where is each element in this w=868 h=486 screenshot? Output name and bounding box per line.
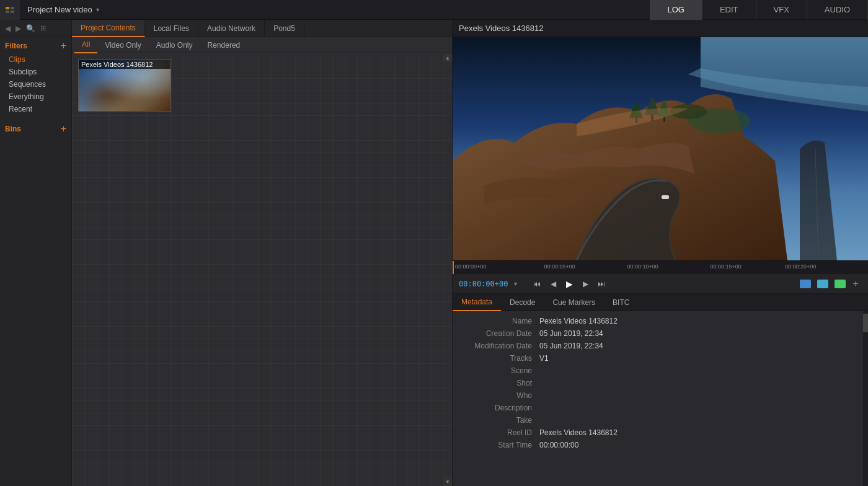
tab-audio-network[interactable]: Audio Network xyxy=(198,20,265,37)
meta-tab-cue-markers[interactable]: Cue Markers xyxy=(544,294,604,311)
svg-rect-14 xyxy=(662,195,669,199)
top-bar: Project New video ▾ LOG EDIT VFX AUDIO xyxy=(0,0,868,20)
color-btn-blue[interactable] xyxy=(800,280,811,288)
meta-val-name: Pexels Videos 1436812 xyxy=(539,317,618,325)
meta-key-tracks: Tracks xyxy=(453,354,539,363)
meta-tab-decode-label: Decode xyxy=(510,298,535,307)
subtab-video-only[interactable]: Video Only xyxy=(97,37,148,53)
forward-arrow[interactable]: ▶ xyxy=(14,23,22,34)
filter-clips[interactable]: Clips xyxy=(5,53,66,66)
meta-val-modification-date: 05 Jun 2019, 22:34 xyxy=(539,342,603,350)
filters-label: Filters xyxy=(5,42,27,50)
meta-tab-bitc[interactable]: BITC xyxy=(604,294,638,311)
tab-pond5-label: Pond5 xyxy=(273,24,295,33)
filter-recent-label: Recent xyxy=(9,105,32,113)
tab-pond5[interactable]: Pond5 xyxy=(265,20,304,37)
meta-tab-metadata-label: Metadata xyxy=(461,298,492,306)
filter-everything[interactable]: Everything xyxy=(5,91,66,103)
clip-label: Pexels Videos 1436812 xyxy=(79,60,170,69)
subtab-all[interactable]: All xyxy=(74,37,97,53)
sub-tabs-row: All Video Only Audio Only Rendered xyxy=(72,37,452,53)
app-icon xyxy=(5,5,15,15)
meta-key-start-time: Start Time xyxy=(453,441,539,449)
subtab-rendered[interactable]: Rendered xyxy=(200,37,248,53)
meta-row-tracks: Tracks V1 xyxy=(453,352,868,365)
dropdown-icon: ▾ xyxy=(96,6,99,13)
content-area: ▲ Pexels Videos 1436812 ▼ xyxy=(72,53,452,486)
meta-scrollbar-thumb[interactable] xyxy=(863,314,868,332)
left-panel: ◀ ▶ 🔍 ⊞ Filters + Clips Subclips Sequenc… xyxy=(0,20,72,486)
nav-tab-edit[interactable]: EDIT xyxy=(702,0,756,20)
add-marker-button[interactable]: + xyxy=(849,278,862,290)
goto-start-button[interactable]: ⏮ xyxy=(531,278,543,290)
play-button[interactable]: ▶ xyxy=(563,278,575,290)
meta-tab-decode[interactable]: Decode xyxy=(501,294,544,311)
meta-tab-cue-markers-label: Cue Markers xyxy=(552,298,595,307)
clip-item[interactable]: Pexels Videos 1436812 xyxy=(78,60,171,112)
filters-add-button[interactable]: + xyxy=(61,41,66,51)
meta-row-name: Name Pexels Videos 1436812 xyxy=(453,315,868,327)
meta-key-modification-date: Modification Date xyxy=(453,342,539,350)
svg-rect-0 xyxy=(6,7,9,9)
search-icon[interactable]: 🔍 xyxy=(25,23,37,34)
timeline-marker-4: 00:00:20+00 xyxy=(785,263,816,270)
filter-sequences[interactable]: Sequences xyxy=(5,78,66,91)
tab-project-contents[interactable]: Project Contents xyxy=(72,20,145,37)
bins-add-button[interactable]: + xyxy=(61,124,66,134)
meta-row-start-time: Start Time 00:00:00:00 xyxy=(453,439,868,451)
clip-thumbnail: Pexels Videos 1436812 xyxy=(78,60,171,112)
video-background xyxy=(453,37,868,260)
metadata-content: Name Pexels Videos 1436812 Creation Date… xyxy=(453,311,868,486)
metadata-panel: Metadata Decode Cue Markers BITC Name Pe… xyxy=(453,294,868,486)
filter-everything-label: Everything xyxy=(9,92,44,101)
meta-tab-metadata[interactable]: Metadata xyxy=(453,294,501,311)
meta-row-description: Description xyxy=(453,402,868,414)
time-dropdown[interactable]: ▾ xyxy=(514,280,517,287)
tab-local-files[interactable]: Local Files xyxy=(145,20,198,37)
video-landscape-svg xyxy=(453,37,868,260)
filter-recent[interactable]: Recent xyxy=(5,103,66,115)
nav-tab-vfx[interactable]: VFX xyxy=(756,0,807,20)
preview-video[interactable] xyxy=(453,37,868,260)
preview-title-text: Pexels Videos 1436812 xyxy=(459,24,543,33)
subtab-rendered-label: Rendered xyxy=(208,41,241,50)
timeline-marker-1: 00:00:05+00 xyxy=(544,263,575,270)
color-btn-teal[interactable] xyxy=(817,280,828,288)
timeline-marker-0: 00:00:00+00 xyxy=(455,263,486,270)
subtab-audio-only[interactable]: Audio Only xyxy=(149,37,200,53)
meta-val-creation-date: 05 Jun 2019, 22:34 xyxy=(539,329,603,338)
svg-rect-3 xyxy=(11,11,14,13)
meta-scrollbar[interactable] xyxy=(863,311,868,486)
meta-row-modification-date: Modification Date 05 Jun 2019, 22:34 xyxy=(453,340,868,352)
filter-clips-label: Clips xyxy=(9,55,25,64)
nav-tab-vfx-label: VFX xyxy=(774,5,789,14)
nav-tab-audio[interactable]: AUDIO xyxy=(807,0,868,20)
color-btn-green[interactable] xyxy=(835,280,846,288)
project-title[interactable]: Project New video ▾ xyxy=(20,5,107,14)
nav-tab-log[interactable]: LOG xyxy=(650,0,702,20)
meta-key-scene: Scene xyxy=(453,366,539,375)
timeline-marker-2: 00:00:10+00 xyxy=(627,263,658,270)
meta-key-name: Name xyxy=(453,317,539,325)
grid-icon[interactable]: ⊞ xyxy=(39,23,47,33)
tab-audio-network-label: Audio Network xyxy=(207,24,255,33)
meta-row-reel-id: Reel ID Pexels Videos 1436812 xyxy=(453,426,868,439)
goto-end-button[interactable]: ⏭ xyxy=(595,278,608,290)
meta-key-who: Who xyxy=(453,391,539,400)
app-icon-button[interactable] xyxy=(0,0,20,20)
left-panel-nav: ◀ ▶ 🔍 ⊞ xyxy=(0,20,71,37)
meta-row-who: Who xyxy=(453,389,868,402)
scroll-down-button[interactable]: ▼ xyxy=(443,477,452,486)
meta-key-description: Description xyxy=(453,404,539,412)
tab-local-files-label: Local Files xyxy=(154,24,189,33)
metadata-tabs: Metadata Decode Cue Markers BITC xyxy=(453,294,868,311)
filter-subclips[interactable]: Subclips xyxy=(5,66,66,78)
timeline-bar[interactable]: 00:00:00+00 00:00:05+00 00:00:10+00 00:0… xyxy=(453,260,868,274)
svg-rect-1 xyxy=(11,7,14,9)
scroll-up-button[interactable]: ▲ xyxy=(443,53,452,62)
step-back-button[interactable]: ◀ xyxy=(547,278,559,290)
meta-key-take: Take xyxy=(453,416,539,425)
meta-row-scene: Scene xyxy=(453,365,868,377)
back-arrow[interactable]: ◀ xyxy=(4,23,12,34)
step-forward-button[interactable]: ▶ xyxy=(579,278,591,290)
